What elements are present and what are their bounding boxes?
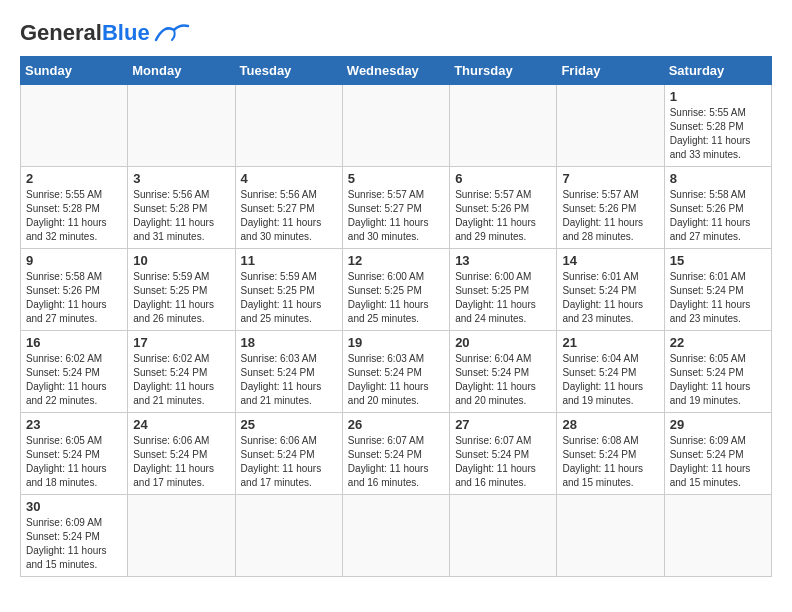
calendar-day-cell: 14Sunrise: 6:01 AM Sunset: 5:24 PM Dayli…: [557, 249, 664, 331]
day-info: Sunrise: 6:06 AM Sunset: 5:24 PM Dayligh…: [241, 434, 337, 490]
day-number: 5: [348, 171, 444, 186]
day-info: Sunrise: 6:05 AM Sunset: 5:24 PM Dayligh…: [26, 434, 122, 490]
day-info: Sunrise: 6:04 AM Sunset: 5:24 PM Dayligh…: [455, 352, 551, 408]
weekday-header-saturday: Saturday: [664, 57, 771, 85]
calendar-day-cell: 30Sunrise: 6:09 AM Sunset: 5:24 PM Dayli…: [21, 495, 128, 577]
page-header: GeneralBlue: [20, 20, 772, 46]
calendar-day-cell: [664, 495, 771, 577]
calendar-day-cell: [450, 85, 557, 167]
calendar-day-cell: 10Sunrise: 5:59 AM Sunset: 5:25 PM Dayli…: [128, 249, 235, 331]
day-info: Sunrise: 6:09 AM Sunset: 5:24 PM Dayligh…: [26, 516, 122, 572]
calendar-day-cell: 6Sunrise: 5:57 AM Sunset: 5:26 PM Daylig…: [450, 167, 557, 249]
day-number: 10: [133, 253, 229, 268]
calendar-day-cell: [450, 495, 557, 577]
calendar-day-cell: 28Sunrise: 6:08 AM Sunset: 5:24 PM Dayli…: [557, 413, 664, 495]
day-number: 20: [455, 335, 551, 350]
calendar-day-cell: [128, 85, 235, 167]
calendar-week-row: 2Sunrise: 5:55 AM Sunset: 5:28 PM Daylig…: [21, 167, 772, 249]
calendar-day-cell: [557, 85, 664, 167]
calendar-day-cell: 13Sunrise: 6:00 AM Sunset: 5:25 PM Dayli…: [450, 249, 557, 331]
calendar-day-cell: 12Sunrise: 6:00 AM Sunset: 5:25 PM Dayli…: [342, 249, 449, 331]
calendar-day-cell: 18Sunrise: 6:03 AM Sunset: 5:24 PM Dayli…: [235, 331, 342, 413]
day-info: Sunrise: 5:56 AM Sunset: 5:27 PM Dayligh…: [241, 188, 337, 244]
calendar-day-cell: 7Sunrise: 5:57 AM Sunset: 5:26 PM Daylig…: [557, 167, 664, 249]
logo-text: GeneralBlue: [20, 20, 150, 46]
calendar-day-cell: 27Sunrise: 6:07 AM Sunset: 5:24 PM Dayli…: [450, 413, 557, 495]
calendar-week-row: 16Sunrise: 6:02 AM Sunset: 5:24 PM Dayli…: [21, 331, 772, 413]
day-number: 13: [455, 253, 551, 268]
day-info: Sunrise: 6:00 AM Sunset: 5:25 PM Dayligh…: [348, 270, 444, 326]
day-number: 2: [26, 171, 122, 186]
calendar-day-cell: [235, 85, 342, 167]
calendar-day-cell: 22Sunrise: 6:05 AM Sunset: 5:24 PM Dayli…: [664, 331, 771, 413]
day-number: 15: [670, 253, 766, 268]
day-info: Sunrise: 5:56 AM Sunset: 5:28 PM Dayligh…: [133, 188, 229, 244]
calendar-day-cell: 11Sunrise: 5:59 AM Sunset: 5:25 PM Dayli…: [235, 249, 342, 331]
calendar-day-cell: 3Sunrise: 5:56 AM Sunset: 5:28 PM Daylig…: [128, 167, 235, 249]
logo-bird-icon: [154, 22, 190, 44]
calendar-day-cell: [235, 495, 342, 577]
weekday-header-row: SundayMondayTuesdayWednesdayThursdayFrid…: [21, 57, 772, 85]
calendar-week-row: 1Sunrise: 5:55 AM Sunset: 5:28 PM Daylig…: [21, 85, 772, 167]
day-number: 27: [455, 417, 551, 432]
day-info: Sunrise: 6:07 AM Sunset: 5:24 PM Dayligh…: [348, 434, 444, 490]
day-info: Sunrise: 6:03 AM Sunset: 5:24 PM Dayligh…: [348, 352, 444, 408]
day-number: 8: [670, 171, 766, 186]
calendar-day-cell: 1Sunrise: 5:55 AM Sunset: 5:28 PM Daylig…: [664, 85, 771, 167]
calendar-day-cell: 23Sunrise: 6:05 AM Sunset: 5:24 PM Dayli…: [21, 413, 128, 495]
day-number: 16: [26, 335, 122, 350]
day-info: Sunrise: 6:09 AM Sunset: 5:24 PM Dayligh…: [670, 434, 766, 490]
day-number: 1: [670, 89, 766, 104]
calendar-day-cell: [21, 85, 128, 167]
calendar-day-cell: [342, 85, 449, 167]
day-number: 25: [241, 417, 337, 432]
day-info: Sunrise: 5:57 AM Sunset: 5:26 PM Dayligh…: [562, 188, 658, 244]
calendar-day-cell: 26Sunrise: 6:07 AM Sunset: 5:24 PM Dayli…: [342, 413, 449, 495]
calendar-day-cell: [128, 495, 235, 577]
calendar-day-cell: 20Sunrise: 6:04 AM Sunset: 5:24 PM Dayli…: [450, 331, 557, 413]
day-number: 26: [348, 417, 444, 432]
weekday-header-wednesday: Wednesday: [342, 57, 449, 85]
day-number: 7: [562, 171, 658, 186]
day-number: 24: [133, 417, 229, 432]
day-number: 11: [241, 253, 337, 268]
day-info: Sunrise: 6:01 AM Sunset: 5:24 PM Dayligh…: [670, 270, 766, 326]
day-info: Sunrise: 5:55 AM Sunset: 5:28 PM Dayligh…: [670, 106, 766, 162]
calendar-day-cell: [557, 495, 664, 577]
day-number: 21: [562, 335, 658, 350]
day-number: 23: [26, 417, 122, 432]
day-info: Sunrise: 6:08 AM Sunset: 5:24 PM Dayligh…: [562, 434, 658, 490]
weekday-header-sunday: Sunday: [21, 57, 128, 85]
day-info: Sunrise: 5:57 AM Sunset: 5:26 PM Dayligh…: [455, 188, 551, 244]
day-info: Sunrise: 5:59 AM Sunset: 5:25 PM Dayligh…: [133, 270, 229, 326]
calendar-day-cell: 21Sunrise: 6:04 AM Sunset: 5:24 PM Dayli…: [557, 331, 664, 413]
calendar-week-row: 9Sunrise: 5:58 AM Sunset: 5:26 PM Daylig…: [21, 249, 772, 331]
day-info: Sunrise: 5:58 AM Sunset: 5:26 PM Dayligh…: [670, 188, 766, 244]
weekday-header-friday: Friday: [557, 57, 664, 85]
calendar-day-cell: 5Sunrise: 5:57 AM Sunset: 5:27 PM Daylig…: [342, 167, 449, 249]
day-number: 17: [133, 335, 229, 350]
day-info: Sunrise: 6:02 AM Sunset: 5:24 PM Dayligh…: [133, 352, 229, 408]
calendar-week-row: 23Sunrise: 6:05 AM Sunset: 5:24 PM Dayli…: [21, 413, 772, 495]
weekday-header-thursday: Thursday: [450, 57, 557, 85]
day-number: 6: [455, 171, 551, 186]
day-info: Sunrise: 5:57 AM Sunset: 5:27 PM Dayligh…: [348, 188, 444, 244]
calendar-table: SundayMondayTuesdayWednesdayThursdayFrid…: [20, 56, 772, 577]
calendar-day-cell: 4Sunrise: 5:56 AM Sunset: 5:27 PM Daylig…: [235, 167, 342, 249]
day-number: 3: [133, 171, 229, 186]
weekday-header-monday: Monday: [128, 57, 235, 85]
calendar-day-cell: [342, 495, 449, 577]
day-number: 4: [241, 171, 337, 186]
day-number: 30: [26, 499, 122, 514]
day-number: 22: [670, 335, 766, 350]
day-info: Sunrise: 6:07 AM Sunset: 5:24 PM Dayligh…: [455, 434, 551, 490]
calendar-day-cell: 29Sunrise: 6:09 AM Sunset: 5:24 PM Dayli…: [664, 413, 771, 495]
calendar-day-cell: 9Sunrise: 5:58 AM Sunset: 5:26 PM Daylig…: [21, 249, 128, 331]
day-info: Sunrise: 6:04 AM Sunset: 5:24 PM Dayligh…: [562, 352, 658, 408]
day-number: 12: [348, 253, 444, 268]
calendar-day-cell: 24Sunrise: 6:06 AM Sunset: 5:24 PM Dayli…: [128, 413, 235, 495]
day-info: Sunrise: 6:03 AM Sunset: 5:24 PM Dayligh…: [241, 352, 337, 408]
calendar-day-cell: 16Sunrise: 6:02 AM Sunset: 5:24 PM Dayli…: [21, 331, 128, 413]
day-number: 19: [348, 335, 444, 350]
calendar-day-cell: 15Sunrise: 6:01 AM Sunset: 5:24 PM Dayli…: [664, 249, 771, 331]
